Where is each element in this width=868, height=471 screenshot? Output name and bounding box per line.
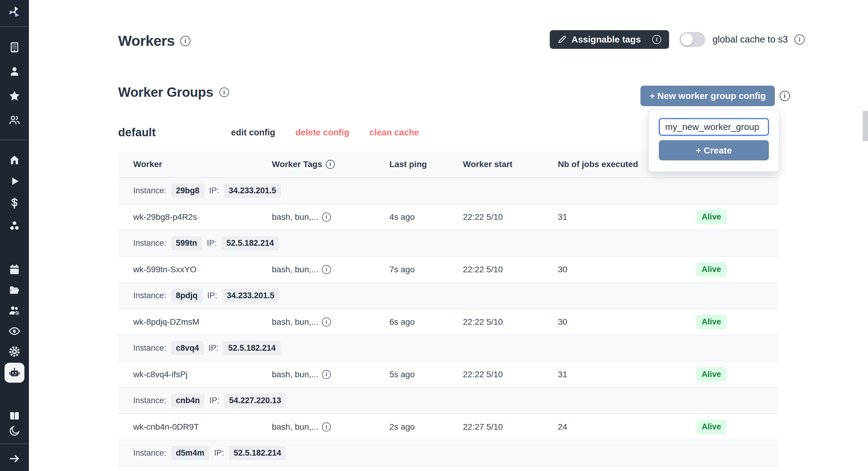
gear-icon[interactable] [0, 346, 29, 358]
arrow-right-icon[interactable] [0, 452, 29, 465]
worker-groups-title: Worker Groups [118, 85, 213, 100]
worker-last-ping: 5s ago [390, 370, 463, 379]
users-cog-icon[interactable] [0, 304, 29, 316]
vertical-scrollbar-thumb[interactable] [863, 111, 868, 141]
table-row-instance: Instance:d5m4mIP:52.5.182.214 [118, 440, 778, 466]
table-row-instance: Instance:8pdjqIP:34.233.201.5 [118, 282, 778, 308]
table-row-worker: wk-599tn-SxxYObash, bun,...7s ago22:22 5… [118, 256, 778, 282]
star-icon[interactable] [0, 90, 29, 102]
worker-name: wk-29bg8-p4R2s [133, 212, 272, 222]
status-badge: Alive [696, 315, 727, 329]
worker-groups-info-icon[interactable] [219, 87, 229, 97]
assignable-tags-info-icon[interactable] [652, 35, 661, 44]
new-worker-group-config-button[interactable]: + New worker group config [641, 86, 775, 106]
home-icon[interactable] [0, 154, 29, 166]
worker-jobs-count: 31 [558, 212, 696, 222]
worker-start: 22:22 5/10 [463, 212, 558, 222]
instance-label: Instance: [133, 396, 166, 405]
worker-tags-info-icon[interactable] [322, 265, 331, 274]
worker-tags: bash, bun,... [272, 422, 318, 432]
table-row-instance: Instance:599tnIP:52.5.182.214 [118, 230, 778, 256]
worker-tags: bash, bun,... [272, 370, 318, 379]
table-row-instance: Instance:c8vq4IP:52.5.182.214 [118, 335, 778, 361]
building-icon[interactable] [0, 41, 29, 53]
new-config-info-icon[interactable] [780, 91, 790, 101]
worker-tags: bash, bun,... [272, 265, 318, 274]
worker-tags-info-icon[interactable] [322, 370, 331, 379]
worker-groups-header: Worker Groups [118, 85, 229, 100]
status-badge: Alive [696, 262, 727, 277]
status-badge: Alive [696, 210, 727, 224]
dollar-icon[interactable] [0, 197, 29, 209]
worker-tags-info-icon[interactable] [322, 422, 331, 432]
folder-open-icon[interactable] [0, 284, 29, 296]
book-icon[interactable] [0, 410, 29, 422]
instance-id-badge: d5m4m [171, 446, 210, 460]
edit-config-link[interactable]: edit config [231, 127, 276, 138]
clean-cache-link[interactable]: clean cache [370, 127, 419, 138]
sidebar [0, 0, 29, 471]
robot-icon-active[interactable] [4, 363, 24, 383]
table-row-worker: wk-cnb4n-0DR9Tbash, bun,...2s ago22:27 5… [118, 413, 778, 440]
ip-label: IP: [210, 396, 219, 405]
worker-last-ping: 6s ago [390, 317, 463, 327]
workers-page: { "colors": { "sidebar_bg": "#1f2531", "… [0, 0, 868, 471]
col-header-worker-start: Worker start [463, 159, 558, 169]
windmill-logo-icon[interactable] [0, 5, 29, 19]
instance-ip-badge: 52.5.182.214 [221, 236, 279, 250]
col-header-worker: Worker [133, 159, 272, 169]
instance-ip-badge: 52.5.182.214 [223, 341, 281, 355]
group-row-default: default edit config delete config clean … [118, 126, 419, 139]
global-cache-toggle[interactable] [679, 32, 705, 47]
calendar-icon[interactable] [0, 264, 29, 275]
worker-start: 22:22 5/10 [463, 370, 558, 379]
global-cache-info-icon[interactable] [795, 34, 805, 45]
worker-name: wk-c8vq4-ifsPj [133, 370, 272, 379]
table-row-worker: wk-c8vq4-ifsPjbash, bun,...5s ago22:22 5… [118, 361, 778, 387]
boxes-icon[interactable] [0, 219, 29, 232]
worker-start: 22:22 5/10 [463, 317, 558, 327]
workers-table: Worker Worker Tags Last ping Worker star… [118, 151, 778, 471]
worker-tags-cell: bash, bun,... [272, 370, 390, 379]
sidebar-divider [0, 26, 29, 27]
users-icon[interactable] [0, 114, 29, 126]
assignable-tags-button[interactable]: Assignable tags [550, 30, 669, 49]
worker-table-rows: Instance:29bg8IP:34.233.201.5wk-29bg8-p4… [118, 177, 778, 471]
instance-id-badge: 29bg8 [171, 184, 204, 198]
worker-jobs-count: 30 [558, 265, 696, 274]
worker-last-ping: 2s ago [390, 422, 463, 432]
worker-name: wk-cnb4n-0DR9T [133, 422, 272, 432]
delete-config-link[interactable]: delete config [296, 127, 349, 138]
table-row-worker: wk-29bg8-p4R2sbash, bun,...4s ago22:22 5… [118, 204, 778, 230]
global-cache-label: global cache to s3 [712, 34, 788, 45]
user-icon[interactable] [0, 65, 29, 78]
worker-tags-info-icon[interactable] [322, 213, 331, 222]
pencil-icon [558, 35, 567, 44]
table-row-instance: Instance:cnb4nIP:54.227.220.13 [118, 387, 778, 413]
sidebar-divider [0, 140, 29, 140]
play-icon[interactable] [0, 175, 29, 187]
worker-tags-header-info-icon[interactable] [326, 160, 335, 169]
instance-id-badge: c8vq4 [171, 341, 204, 355]
worker-tags: bash, bun,... [272, 317, 318, 327]
ip-label: IP: [207, 238, 217, 248]
create-button[interactable]: + Create [659, 140, 769, 160]
instance-ip-badge: 54.227.220.13 [224, 393, 286, 408]
worker-tags-info-icon[interactable] [322, 318, 331, 327]
worker-tags-cell: bash, bun,... [272, 422, 390, 432]
workers-info-icon[interactable] [180, 36, 190, 46]
worker-name: wk-599tn-SxxYO [133, 265, 272, 274]
instance-label: Instance: [133, 291, 166, 300]
status-badge: Alive [696, 367, 727, 382]
instance-label: Instance: [133, 448, 166, 458]
page-title: Workers [118, 33, 175, 49]
assignable-tags-label: Assignable tags [571, 34, 641, 45]
col-header-worker-tags: Worker Tags [272, 159, 390, 169]
col-header-last-ping: Last ping [390, 159, 463, 169]
instance-ip-badge: 34.233.201.5 [224, 184, 281, 198]
worker-group-name-input[interactable] [659, 118, 769, 136]
eye-icon[interactable] [0, 325, 29, 337]
group-name: default [118, 126, 156, 139]
moon-icon[interactable] [0, 425, 29, 437]
ip-label: IP: [214, 448, 224, 458]
